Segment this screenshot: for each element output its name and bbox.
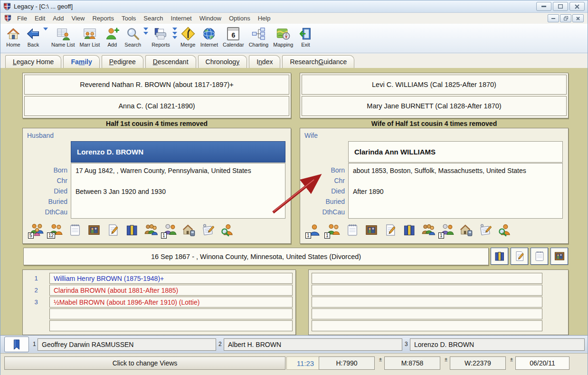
marriage-media-button[interactable] [550, 248, 568, 265]
calendar-button[interactable]: 6Calendar [220, 26, 247, 48]
wife-find-person-icon[interactable] [498, 223, 511, 238]
wife-spouses-count-badge: 1 [324, 232, 330, 239]
husband-todo-icon[interactable] [106, 223, 120, 238]
internet-button[interactable]: Internet [198, 26, 220, 48]
wife-mother-row[interactable]: Mary Jane BURNETT (Cal 1828-After 1870) [302, 96, 567, 116]
wife-address-icon[interactable] [460, 223, 473, 238]
menu-help[interactable]: Help [254, 13, 275, 23]
wife-died-value: After 1890 [353, 186, 558, 197]
back-button[interactable]: Back [23, 26, 43, 48]
menu-tools[interactable]: Tools [118, 13, 140, 23]
husband-siblings-icon[interactable] [144, 223, 158, 238]
wife-name-bar[interactable]: Clarinda Ann WILLIAMS [348, 141, 563, 163]
tab-descendant[interactable]: Descendant [145, 55, 196, 68]
husband-count-stepper[interactable]: ± [378, 356, 383, 362]
wife-notes-icon[interactable] [346, 223, 359, 238]
marriage-summary-bar[interactable]: 16 Sep 1867 - , Winona County, Minnesota… [23, 248, 489, 265]
wife-vitals-box[interactable]: about 1853, Boston, Suffolk, Massachuset… [348, 163, 563, 219]
husband-sources-icon[interactable] [125, 223, 139, 238]
wife-parents-icon[interactable]: 1 [441, 223, 454, 238]
husband-media-icon[interactable] [87, 223, 101, 238]
bookmark-slot-3[interactable]: Lorenzo D. BROWN [410, 338, 585, 351]
wife-father-row[interactable]: Levi C. WILLIAMS (Cal 1825-After 1870) [302, 75, 567, 95]
child-row-2[interactable]: Clarinda BROWN (about 1881-After 1885) [49, 285, 293, 296]
child-row-empty[interactable] [49, 308, 293, 319]
tab-family[interactable]: Family [63, 55, 99, 68]
husband-research-log-icon[interactable] [201, 223, 215, 238]
marriage-sources-button[interactable] [491, 248, 508, 265]
charting-button[interactable]: Charting [247, 26, 271, 48]
marriage-notes-button[interactable] [531, 248, 548, 265]
menu-file[interactable]: File [13, 13, 31, 23]
wife-research-log-icon[interactable] [479, 223, 492, 238]
bookmark-slot-2[interactable]: Albert H. BROWN [224, 338, 402, 351]
mapping-button[interactable]: Mapping [271, 26, 295, 48]
bookmark-button[interactable] [4, 337, 29, 352]
marriage-todo-button[interactable] [511, 248, 528, 265]
date-display[interactable]: 06/20/11 [515, 356, 569, 370]
menu-window[interactable]: Window [196, 13, 225, 23]
tab-chronology[interactable]: Chronology [198, 55, 247, 68]
child-row-empty[interactable] [312, 308, 542, 319]
wife-children-icon[interactable]: 1 [308, 223, 321, 238]
wife-todo-icon[interactable] [384, 223, 397, 238]
tab-index[interactable]: Index [249, 55, 280, 68]
husband-name-bar[interactable]: Lorenzo D. BROWN [71, 141, 285, 163]
add-button[interactable]: Add [102, 26, 122, 48]
wife-spouses-icon[interactable]: 1 [327, 223, 340, 238]
back-dropdown-icon[interactable] [43, 26, 49, 30]
wife-count-stepper[interactable]: ± [509, 356, 514, 362]
menu-search[interactable]: Search [140, 13, 167, 23]
husband-parents-icon[interactable]: 1 [163, 223, 177, 238]
child-row-empty[interactable] [312, 285, 542, 296]
menu-view[interactable]: View [68, 13, 89, 23]
husband-father-row[interactable]: Reverend Nathan R. BROWN (about 1817-189… [24, 75, 289, 95]
husband-spouses-icon[interactable]: 12 [49, 223, 63, 238]
child-row-3[interactable]: ½Mabel BROWN (about 1896-After 1910) (Lo… [49, 297, 293, 308]
marriage-record-count[interactable]: M:8758 [384, 356, 440, 370]
reports-button[interactable]: Reports [149, 26, 172, 48]
mdi-close-button[interactable] [572, 14, 584, 22]
change-views-button[interactable]: Click to change Views [4, 356, 285, 370]
menu-reports[interactable]: Reports [88, 13, 118, 23]
close-button[interactable] [569, 2, 585, 11]
charting-icon [251, 26, 266, 42]
husband-record-count[interactable]: H:7990 [319, 356, 375, 370]
merge-button[interactable]: Merge [178, 26, 198, 48]
husband-mother-row[interactable]: Anna C. (Cal 1821-1890) [24, 96, 289, 116]
wife-media-icon[interactable] [365, 223, 378, 238]
husband-children-icon[interactable]: 5 [30, 223, 44, 238]
mdi-minimize-button[interactable] [548, 14, 559, 22]
maximize-button[interactable] [553, 2, 568, 11]
tab-research-guidance[interactable]: Research Guidance [282, 55, 354, 68]
home-button[interactable]: Home [3, 26, 23, 48]
child-row-empty[interactable] [312, 273, 542, 284]
menu-internet[interactable]: Internet [167, 13, 196, 23]
tab-legacy-home[interactable]: Legacy Home [5, 55, 61, 68]
search-button[interactable]: Search [122, 26, 143, 48]
exit-button[interactable]: Exit [295, 26, 315, 48]
reports-dropdown-icon[interactable] [172, 26, 178, 39]
wife-sources-icon[interactable] [403, 223, 416, 238]
bookmark-slot-1[interactable]: Geoffrey Darwin RASMUSSEN [38, 338, 216, 351]
marr-list-button[interactable]: Marr List [77, 26, 103, 48]
husband-address-icon[interactable] [182, 223, 196, 238]
mdi-restore-button[interactable] [560, 14, 571, 22]
child-row-empty[interactable] [312, 320, 542, 331]
husband-find-person-icon[interactable] [220, 223, 234, 238]
marriage-count-stepper[interactable]: ± [443, 356, 449, 362]
search-dropdown-icon[interactable] [143, 26, 149, 35]
child-row-1[interactable]: William Henry BROWN (1875-1948)+ [49, 273, 293, 284]
name-list-button[interactable]: Name List [49, 26, 77, 48]
child-row-empty[interactable] [49, 320, 293, 331]
minimize-button[interactable] [536, 2, 551, 11]
child-row-empty[interactable] [312, 297, 542, 308]
wife-record-count[interactable]: W:22379 [450, 356, 506, 370]
husband-vitals-box[interactable]: 17 Aug 1842, , Warren County, Pennsylvan… [71, 163, 285, 219]
husband-notes-icon[interactable] [68, 223, 82, 238]
menu-add[interactable]: Add [49, 13, 67, 23]
wife-siblings-icon[interactable] [422, 223, 435, 238]
tab-pedigree[interactable]: Pedigree [102, 55, 143, 68]
menu-edit[interactable]: Edit [31, 13, 49, 23]
menu-options[interactable]: Options [225, 13, 254, 23]
